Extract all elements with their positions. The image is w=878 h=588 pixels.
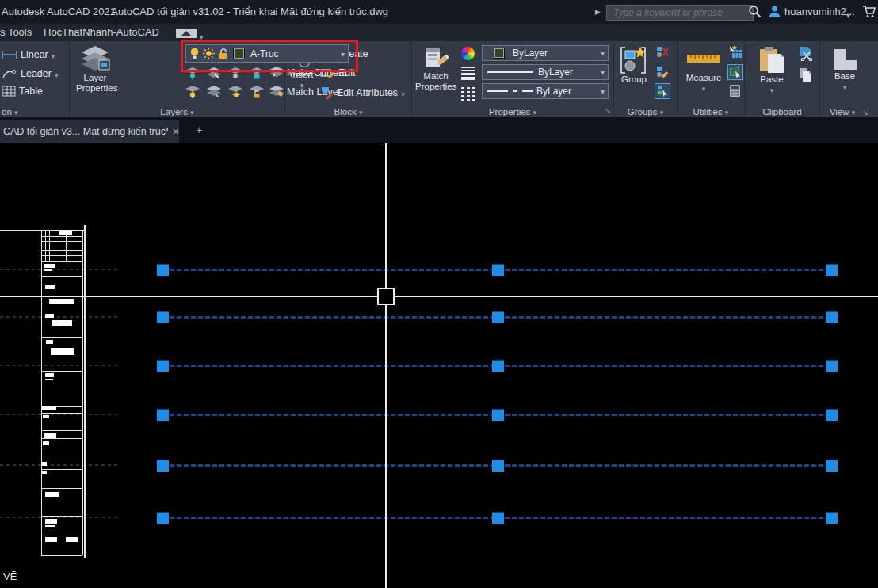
layer-walk-icon[interactable] bbox=[207, 86, 221, 98]
sheet-text-blob bbox=[45, 373, 54, 377]
grip-square[interactable] bbox=[492, 360, 504, 372]
grip-square[interactable] bbox=[157, 409, 169, 421]
sheet-text-blob bbox=[49, 299, 74, 304]
grip-square[interactable] bbox=[492, 264, 504, 276]
drawing-canvas[interactable]: VẼ bbox=[0, 143, 878, 588]
layers-panel-label[interactable]: Layers bbox=[70, 107, 284, 116]
grip-square[interactable] bbox=[826, 360, 838, 372]
grip-square[interactable] bbox=[157, 311, 169, 323]
grip-square[interactable] bbox=[826, 264, 838, 276]
layer-on-bulb-icon[interactable] bbox=[189, 48, 200, 59]
sheet-table-row-line bbox=[41, 246, 82, 246]
block-panel-caret-icon bbox=[359, 107, 363, 116]
layer-unlock-icon[interactable] bbox=[218, 48, 228, 59]
group-edit-icon[interactable] bbox=[655, 65, 670, 78]
group-selection-toggle-icon[interactable] bbox=[655, 83, 670, 99]
layer-select-dropdown[interactable]: A-Truc bbox=[185, 44, 349, 63]
ribbon-tab-hocthatnhanh[interactable]: HocThatNhanh-AutoCAD bbox=[44, 26, 159, 38]
drawing-file-tab[interactable]: CAD tối giản v3... Mặt đứng kiến trúc* bbox=[0, 120, 179, 143]
layer-thaw-sun-icon[interactable] bbox=[203, 48, 215, 59]
grip-square[interactable] bbox=[492, 409, 504, 421]
selection-cycling-icon[interactable] bbox=[727, 64, 743, 80]
linetype-dropdown[interactable]: ByLayer bbox=[482, 83, 609, 99]
cut-icon[interactable] bbox=[797, 46, 813, 61]
grip-square[interactable] bbox=[826, 311, 838, 323]
measure-button[interactable]: Measure bbox=[684, 48, 723, 94]
ribbon-tab-tools-partial[interactable]: s Tools bbox=[0, 26, 32, 38]
groups-panel-label[interactable]: Groups bbox=[614, 107, 677, 116]
view-panel-label[interactable]: View bbox=[820, 107, 878, 116]
grip-square[interactable] bbox=[826, 409, 838, 421]
search-icon[interactable] bbox=[748, 5, 762, 18]
linetype-dropdown-caret-icon[interactable] bbox=[601, 86, 605, 97]
clipboard-panel-label[interactable]: Clipboard bbox=[745, 107, 819, 116]
annotation-panel-label[interactable]: on bbox=[0, 107, 69, 116]
linetype-icon[interactable] bbox=[461, 87, 475, 103]
base-caret-icon[interactable] bbox=[843, 82, 847, 91]
sheet-text-blob bbox=[45, 379, 53, 380]
lineweight-icon[interactable] bbox=[461, 67, 475, 82]
view-dialog-launcher-icon[interactable] bbox=[863, 107, 869, 116]
base-button[interactable]: Base bbox=[826, 48, 863, 93]
sheet-divider bbox=[41, 533, 82, 533]
signed-in-user[interactable]: hoanvuminh2... bbox=[784, 6, 855, 17]
paste-caret-icon[interactable] bbox=[770, 85, 774, 94]
layer-properties-button[interactable]: Layer Properties bbox=[76, 46, 114, 94]
measure-caret-icon[interactable] bbox=[702, 83, 706, 93]
quick-select-icon[interactable] bbox=[728, 45, 742, 59]
search-input[interactable] bbox=[612, 6, 748, 19]
layer-unlock-all-icon[interactable] bbox=[250, 86, 264, 98]
grip-square[interactable] bbox=[157, 512, 169, 524]
leader-caret-icon[interactable] bbox=[55, 67, 59, 81]
copy-clip-icon[interactable] bbox=[799, 67, 812, 82]
linear-dimension-button[interactable]: Linear bbox=[2, 48, 55, 62]
grip-square[interactable] bbox=[157, 360, 169, 372]
app-title: Autodesk AutoCAD 2021 bbox=[2, 6, 116, 17]
object-color-dropdown[interactable]: ByLayer bbox=[482, 45, 609, 61]
layer-dropdown-caret-icon[interactable] bbox=[341, 48, 345, 59]
close-tab-icon[interactable] bbox=[173, 124, 179, 139]
layer-thaw-all-icon[interactable] bbox=[228, 86, 242, 98]
properties-panel-label[interactable]: Properties bbox=[412, 107, 613, 116]
group-button[interactable]: Group bbox=[617, 46, 651, 85]
user-avatar-icon[interactable] bbox=[768, 5, 781, 18]
lineweight-dropdown-caret-icon[interactable] bbox=[601, 67, 605, 78]
insert-caret-icon[interactable] bbox=[300, 80, 304, 90]
grip-square[interactable] bbox=[492, 311, 504, 323]
grip-square[interactable] bbox=[826, 460, 838, 472]
sheet-table-col-line bbox=[45, 231, 46, 261]
layer-off-icon[interactable] bbox=[185, 86, 200, 98]
crosshair-horizontal-line bbox=[0, 296, 878, 297]
new-drawing-tab-button[interactable] bbox=[196, 123, 202, 137]
ribbon-display-toggle-button[interactable] bbox=[176, 29, 197, 38]
ungroup-icon[interactable] bbox=[655, 45, 670, 59]
match-properties-button[interactable]: Match Properties bbox=[415, 46, 456, 92]
sheet-divider bbox=[41, 488, 82, 489]
paste-button[interactable]: Paste bbox=[754, 46, 789, 96]
properties-dialog-launcher-icon[interactable] bbox=[605, 102, 611, 116]
crosshair-pickbox[interactable] bbox=[377, 288, 395, 305]
layer-color-swatch[interactable] bbox=[233, 48, 245, 59]
lineweight-dropdown[interactable]: ByLayer bbox=[482, 64, 609, 80]
edit-attributes-button[interactable]: Edit Attributes bbox=[320, 86, 405, 100]
search-expand-arrow-icon[interactable]: ▶ bbox=[595, 8, 601, 16]
grip-square[interactable] bbox=[826, 512, 838, 524]
cart-icon[interactable] bbox=[862, 5, 876, 18]
table-button[interactable]: Table bbox=[2, 86, 43, 97]
help-search-box[interactable] bbox=[606, 5, 754, 21]
edit-attributes-caret-icon[interactable] bbox=[401, 86, 405, 100]
color-dropdown-caret-icon[interactable] bbox=[601, 48, 605, 59]
linear-caret-icon[interactable] bbox=[52, 48, 55, 62]
autocad-window: { "titlebar": { "app_name": "Autodesk Au… bbox=[0, 0, 878, 588]
utilities-panel-label[interactable]: Utilities bbox=[678, 107, 744, 116]
sheet-text-blob bbox=[45, 519, 57, 524]
leader-button[interactable]: Leader bbox=[2, 67, 58, 81]
grip-square[interactable] bbox=[492, 460, 504, 472]
color-wheel-icon[interactable] bbox=[461, 47, 475, 60]
block-panel-label[interactable]: Block bbox=[285, 107, 411, 116]
grip-square[interactable] bbox=[157, 460, 169, 472]
grip-square[interactable] bbox=[492, 512, 504, 524]
grip-square[interactable] bbox=[157, 264, 169, 276]
user-menu-caret-icon[interactable] bbox=[846, 7, 850, 21]
quick-calculator-icon[interactable] bbox=[729, 84, 741, 98]
